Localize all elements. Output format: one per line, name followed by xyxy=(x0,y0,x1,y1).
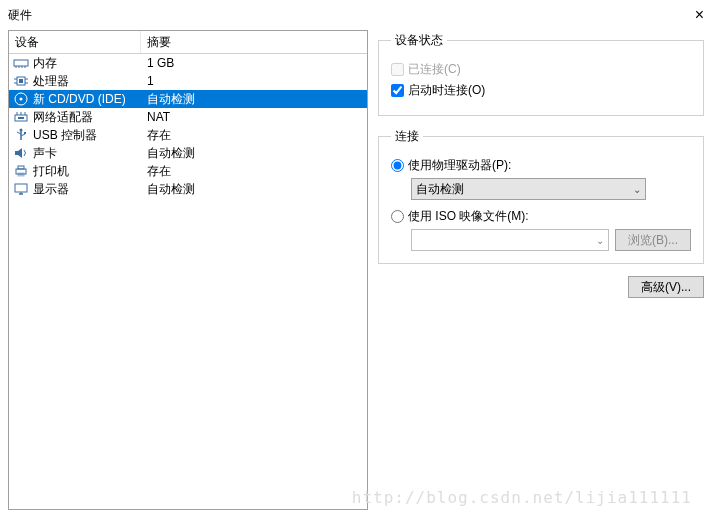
device-status-legend: 设备状态 xyxy=(391,32,447,49)
table-row[interactable]: 网络适配器NAT xyxy=(9,108,367,126)
device-summary: 自动检测 xyxy=(141,181,367,198)
svg-rect-0 xyxy=(14,60,28,66)
device-summary: 1 xyxy=(141,74,367,88)
device-summary: NAT xyxy=(141,110,367,124)
table-row[interactable]: 声卡自动检测 xyxy=(9,144,367,162)
svg-rect-25 xyxy=(18,166,24,169)
physical-drive-label: 使用物理驱动器(P): xyxy=(408,157,511,174)
table-row[interactable]: 内存1 GB xyxy=(9,54,367,72)
iso-file-row[interactable]: 使用 ISO 映像文件(M): xyxy=(391,208,691,225)
advanced-button[interactable]: 高级(V)... xyxy=(628,276,704,298)
table-row[interactable]: USB 控制器存在 xyxy=(9,126,367,144)
connect-on-start-checkbox[interactable] xyxy=(391,84,404,97)
cd-icon xyxy=(13,91,29,107)
usb-icon xyxy=(13,127,29,143)
close-icon[interactable]: × xyxy=(695,6,704,24)
table-row[interactable]: 显示器自动检测 xyxy=(9,180,367,198)
chevron-down-icon: ⌄ xyxy=(633,184,641,195)
svg-rect-26 xyxy=(18,173,24,176)
physical-drive-value: 自动检测 xyxy=(416,181,464,198)
physical-drive-radio[interactable] xyxy=(391,159,404,172)
iso-file-radio[interactable] xyxy=(391,210,404,223)
printer-icon xyxy=(13,163,29,179)
connected-row: 已连接(C) xyxy=(391,61,691,78)
svg-rect-22 xyxy=(24,132,26,134)
table-row[interactable]: 处理器1 xyxy=(9,72,367,90)
table-row[interactable]: 新 CD/DVD (IDE)自动检测 xyxy=(9,90,367,108)
physical-drive-row[interactable]: 使用物理驱动器(P): xyxy=(391,157,691,174)
svg-rect-27 xyxy=(15,184,27,192)
svg-point-12 xyxy=(20,98,23,101)
svg-rect-6 xyxy=(19,79,23,83)
chevron-down-icon: ⌄ xyxy=(596,235,604,246)
connected-checkbox xyxy=(391,63,404,76)
display-icon xyxy=(13,181,29,197)
device-name: 打印机 xyxy=(33,163,141,180)
device-status-group: 设备状态 已连接(C) 启动时连接(O) xyxy=(378,32,704,116)
physical-drive-dropdown[interactable]: 自动检测 ⌄ xyxy=(411,178,646,200)
col-device-header[interactable]: 设备 xyxy=(9,31,141,53)
window-title: 硬件 xyxy=(8,7,32,24)
device-name: 处理器 xyxy=(33,73,141,90)
connect-on-start-row[interactable]: 启动时连接(O) xyxy=(391,82,691,99)
device-summary: 自动检测 xyxy=(141,145,367,162)
svg-marker-23 xyxy=(15,148,22,158)
connected-label: 已连接(C) xyxy=(408,61,461,78)
col-summary-header[interactable]: 摘要 xyxy=(141,31,367,53)
memory-icon xyxy=(13,55,29,71)
device-name: 新 CD/DVD (IDE) xyxy=(33,91,141,108)
sound-icon xyxy=(13,145,29,161)
device-summary: 存在 xyxy=(141,163,367,180)
device-summary: 存在 xyxy=(141,127,367,144)
iso-file-combo: ⌄ xyxy=(411,229,609,251)
cpu-icon xyxy=(13,73,29,89)
device-name: USB 控制器 xyxy=(33,127,141,144)
device-name: 网络适配器 xyxy=(33,109,141,126)
network-icon xyxy=(13,109,29,125)
svg-rect-14 xyxy=(18,117,24,119)
table-header: 设备 摘要 xyxy=(9,31,367,54)
connect-on-start-label: 启动时连接(O) xyxy=(408,82,485,99)
connection-legend: 连接 xyxy=(391,128,423,145)
browse-button: 浏览(B)... xyxy=(615,229,691,251)
device-list: 设备 摘要 内存1 GB处理器1新 CD/DVD (IDE)自动检测网络适配器N… xyxy=(8,30,368,510)
device-name: 声卡 xyxy=(33,145,141,162)
device-summary: 1 GB xyxy=(141,56,367,70)
device-summary: 自动检测 xyxy=(141,91,367,108)
iso-file-label: 使用 ISO 映像文件(M): xyxy=(408,208,529,225)
table-row[interactable]: 打印机存在 xyxy=(9,162,367,180)
connection-group: 连接 使用物理驱动器(P): 自动检测 ⌄ 使用 ISO 映像文件(M): ⌄ … xyxy=(378,128,704,264)
device-name: 显示器 xyxy=(33,181,141,198)
device-name: 内存 xyxy=(33,55,141,72)
